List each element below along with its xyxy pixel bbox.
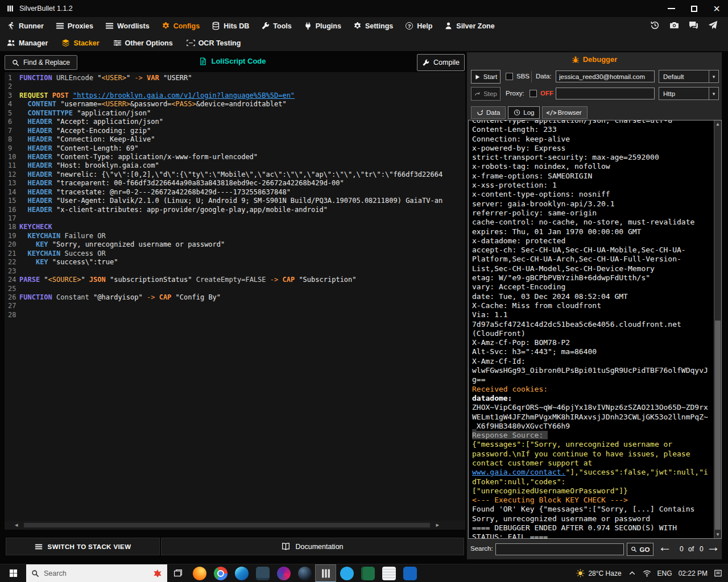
scroll-up-icon[interactable]: ▲ bbox=[714, 122, 721, 127]
code-line[interactable]: 18KEYCHECK bbox=[5, 223, 465, 231]
code-line[interactable]: 28 bbox=[5, 311, 465, 319]
search-input[interactable] bbox=[495, 543, 624, 555]
find-replace-button[interactable]: Find & Replace bbox=[5, 55, 77, 70]
debugger-log[interactable]: Content-Type: application/json; charset=… bbox=[468, 120, 722, 539]
code-line[interactable]: 20 KEY "Sorry, unrecognized username or … bbox=[5, 240, 465, 249]
documentation-button[interactable]: Documentation bbox=[161, 538, 464, 555]
task-view-button[interactable] bbox=[167, 564, 189, 582]
maximize-button[interactable] bbox=[682, 0, 705, 17]
subbar-item-ocr-testing[interactable]: OCR Testing bbox=[187, 39, 241, 47]
step-button[interactable]: Step bbox=[471, 87, 500, 101]
close-button[interactable]: × bbox=[705, 0, 728, 17]
taskbar-search[interactable]: Search bbox=[26, 564, 167, 582]
start-button[interactable]: Start bbox=[471, 70, 500, 84]
history-button[interactable] bbox=[650, 20, 661, 31]
scroll-left-arrow-icon[interactable]: ◂ bbox=[15, 521, 18, 529]
code-line[interactable]: 4 CONTENT "username=<USERR>&password=<PA… bbox=[5, 100, 465, 109]
menu-item-silver-zone[interactable]: Silver Zone bbox=[444, 22, 494, 30]
clock[interactable]: 02:22 PM bbox=[679, 569, 708, 577]
menu-item-proxies[interactable]: Proxies bbox=[56, 22, 93, 30]
code-line[interactable]: 26FUNCTION Constant "@hardyisop" -> CAP … bbox=[5, 293, 465, 302]
taskbar-app-notepad[interactable] bbox=[378, 564, 399, 582]
taskbar-app-edge[interactable] bbox=[231, 564, 252, 582]
camera-button[interactable] bbox=[669, 20, 680, 31]
wordlist-type-dropdown[interactable]: Default ▾ bbox=[659, 70, 719, 83]
code-line[interactable]: 7 HEADER "Accept-Encoding: gzip" bbox=[5, 127, 465, 135]
log-scrollbar[interactable]: ▲ ▼ bbox=[714, 120, 721, 538]
tab-browser[interactable]: </>Browser bbox=[542, 106, 587, 119]
code-line[interactable]: 8 HEADER "Connection: Keep-Alive" bbox=[5, 135, 465, 144]
scroll-right-arrow-icon[interactable]: ▸ bbox=[436, 521, 439, 529]
action-center-icon[interactable] bbox=[714, 569, 722, 577]
code-line[interactable]: 27 bbox=[5, 302, 465, 310]
plane-button[interactable] bbox=[708, 20, 719, 31]
response-link[interactable]: www.gaia.com/contact. bbox=[472, 468, 565, 476]
code-line[interactable]: 11 HEADER "Host: brooklyn.gaia.com" bbox=[5, 161, 465, 170]
code-line[interactable]: 15 HEADER "User-Agent: Dalvik/2.1.0 (Lin… bbox=[5, 197, 465, 205]
subbar-item-other-options[interactable]: Other Options bbox=[113, 39, 173, 47]
code-line[interactable]: 3REQUEST POST "https://brooklyn.gaia.com… bbox=[5, 92, 465, 100]
tab-data[interactable]: Data bbox=[471, 106, 506, 119]
subbar-item-manager[interactable]: Manager bbox=[7, 39, 48, 47]
code-line[interactable]: 6 HEADER "Accept: application/json" bbox=[5, 118, 465, 126]
chat-button[interactable] bbox=[689, 20, 700, 31]
taskbar-app-excel[interactable] bbox=[357, 564, 378, 582]
code-line[interactable]: 24PARSE "<SOURCE>" JSON "subscriptionSta… bbox=[5, 276, 465, 284]
menu-item-configs[interactable]: Configs bbox=[162, 22, 200, 30]
go-button[interactable]: GO bbox=[627, 543, 653, 556]
proxy-input[interactable] bbox=[556, 88, 655, 99]
menu-item-wordlists[interactable]: Wordlists bbox=[105, 22, 150, 30]
scrollbar-thumb[interactable] bbox=[24, 523, 430, 527]
subbar-item-stacker[interactable]: Stacker bbox=[61, 39, 99, 47]
tab-log[interactable]: Log bbox=[508, 106, 540, 119]
minimize-button[interactable] bbox=[660, 0, 682, 17]
code-line[interactable]: 1FUNCTION URLEncode "<USER>" -> VAR "USE… bbox=[5, 74, 465, 82]
code-line[interactable]: 17 bbox=[5, 214, 465, 223]
sbs-checkbox[interactable] bbox=[506, 73, 513, 80]
taskbar-app-media[interactable] bbox=[273, 564, 294, 582]
code-line[interactable]: 25 bbox=[5, 285, 465, 293]
taskbar-app-telegram[interactable] bbox=[336, 564, 357, 582]
taskbar-app-photos[interactable] bbox=[399, 564, 420, 582]
scroll-down-icon[interactable]: ▼ bbox=[714, 532, 721, 537]
code-line[interactable]: 23 bbox=[5, 267, 465, 276]
language-indicator[interactable]: ENG bbox=[657, 569, 672, 577]
previous-result-button[interactable]: ← bbox=[658, 540, 672, 554]
menu-item-help[interactable]: ?Help bbox=[405, 22, 432, 30]
code-editor[interactable]: 1FUNCTION URLEncode "<USER>" -> VAR "USE… bbox=[5, 72, 465, 521]
taskbar-app-silverbullet[interactable] bbox=[315, 564, 336, 582]
code-line[interactable]: 2 bbox=[5, 82, 465, 91]
editor-horizontal-scrollbar[interactable]: ◂ ▸ bbox=[5, 521, 465, 530]
next-result-button[interactable]: → bbox=[706, 540, 720, 554]
compile-button[interactable]: Compile bbox=[417, 54, 465, 71]
code-line[interactable]: 19 KEYCHAIN Failure OR bbox=[5, 232, 465, 240]
menu-item-hits-db[interactable]: Hits DB bbox=[212, 22, 249, 30]
taskbar-app-chrome[interactable] bbox=[210, 564, 231, 582]
start-menu-button[interactable] bbox=[0, 564, 26, 582]
scrollbar-thumb[interactable] bbox=[715, 321, 721, 530]
menu-item-plugins[interactable]: Plugins bbox=[304, 22, 341, 30]
code-line[interactable]: 10 HEADER "Content-Type: application/x-w… bbox=[5, 153, 465, 161]
tray-expand-button[interactable] bbox=[628, 569, 636, 577]
taskbar-app-calculator[interactable] bbox=[252, 564, 273, 582]
menu-item-settings[interactable]: Settings bbox=[353, 22, 393, 30]
proxy-checkbox[interactable] bbox=[530, 90, 537, 97]
code-line[interactable]: 13 HEADER "traceparent: 00-f66df3d226644… bbox=[5, 179, 465, 188]
wifi-icon[interactable] bbox=[643, 569, 651, 577]
menu-item-runner[interactable]: Runner bbox=[7, 22, 44, 30]
taskbar-app-firefox[interactable] bbox=[189, 564, 210, 582]
proxy-type-dropdown[interactable]: Http ▾ bbox=[659, 87, 719, 100]
code-line[interactable]: 21 KEYCHAIN Success OR bbox=[5, 250, 465, 258]
switch-to-stack-view-button[interactable]: SWITCH TO STACK VIEW bbox=[6, 538, 160, 555]
code-line[interactable]: 9 HEADER "Content-Length: 69" bbox=[5, 144, 465, 153]
menu-item-tools[interactable]: Tools bbox=[261, 22, 291, 30]
data-input[interactable] bbox=[556, 70, 655, 82]
code-line[interactable]: 12 HEADER "newrelic: {\"v\":[0,2],\"d\":… bbox=[5, 171, 465, 179]
code-line[interactable]: 16 HEADER "x-client-attributes: app-prov… bbox=[5, 206, 465, 214]
taskbar-app-steam[interactable] bbox=[294, 564, 315, 582]
code-line[interactable]: 22 KEY "success\":true" bbox=[5, 258, 465, 267]
code-line[interactable]: 14 HEADER "tracestate: @nr=0-2---26672a4… bbox=[5, 188, 465, 197]
weather-widget[interactable]: 28°C Haze bbox=[576, 569, 621, 577]
code-line[interactable]: 5 CONTENTTYPE "application/json" bbox=[5, 109, 465, 118]
taskbar: Search 28°C Haze ENG 02:22 PM bbox=[0, 564, 728, 582]
